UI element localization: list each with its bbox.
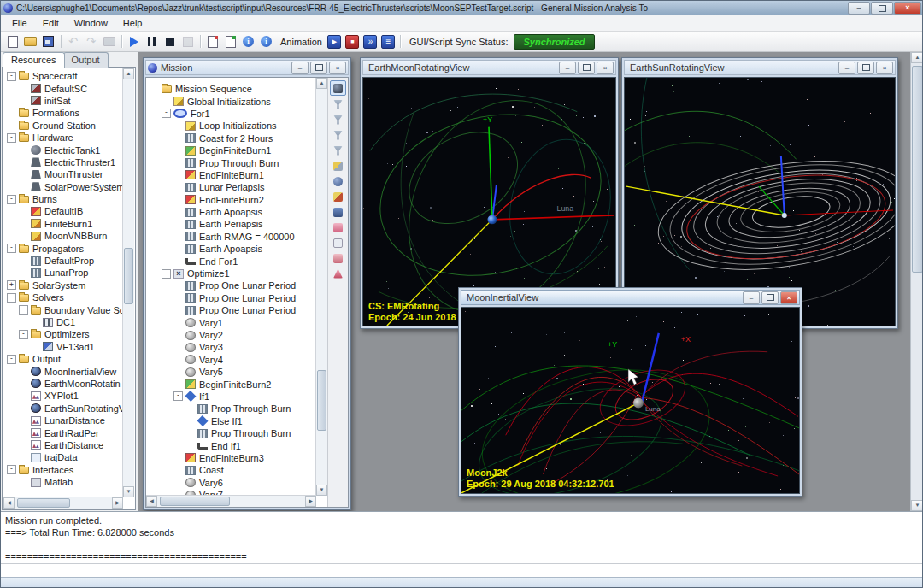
expander-icon[interactable]: + [7, 280, 16, 290]
mission-tree-item[interactable]: - Optimize1 [146, 268, 316, 279]
mission-tree-item[interactable]: Prop One Lunar Period [146, 304, 316, 316]
resources-tree-item[interactable]: - Solvers [3, 291, 123, 303]
mission-tree-item[interactable]: Earth Periapsis [146, 218, 316, 230]
resources-tree-item[interactable]: ElectricTank1 [3, 144, 123, 156]
mission-tree-item[interactable]: Coast [146, 464, 316, 476]
resources-tree-item[interactable]: DC1 [3, 316, 123, 328]
resources-tree-item[interactable]: MoonInertialView [3, 365, 123, 377]
mission-filter-button-12[interactable] [331, 267, 345, 280]
scroll-thumb[interactable] [912, 66, 923, 273]
mission-tree-item[interactable]: Else If1 [146, 415, 316, 427]
resources-tree-item[interactable]: - Optimizers [3, 328, 123, 340]
app-title-bar[interactable]: C:\Users\sphughe1\Documents\Repos\Jazz\t… [1, 1, 923, 15]
stop-button[interactable] [161, 33, 179, 50]
scroll-thumb[interactable] [17, 498, 70, 508]
save-button[interactable] [39, 33, 57, 50]
mdi-vertical-scrollbar[interactable]: ▲ ▼ [910, 52, 923, 511]
resources-tree-item[interactable]: DefaultIB [3, 205, 123, 217]
resources-tree-item[interactable]: - Hardware [3, 132, 123, 144]
mission-filter-button-1[interactable] [331, 97, 345, 111]
resources-tree-item[interactable]: MoonThruster [3, 168, 123, 180]
resources-tree-item[interactable]: EarthSunRotatingV [3, 403, 123, 415]
mission-tree-item[interactable]: Vary3 [146, 341, 316, 353]
mission-tree-item[interactable]: EndFiniteBurn3 [146, 452, 316, 464]
expander-icon[interactable]: - [173, 391, 183, 401]
mission-tree-item[interactable]: Earth Apoapsis [146, 243, 316, 255]
moon-inertial-restore-button[interactable] [761, 291, 779, 304]
mission-filter-button-10[interactable] [331, 236, 345, 250]
resources-tree-item[interactable]: VF13ad1 [3, 341, 123, 353]
earth-moon-title-bar[interactable]: EarthMoonRotatingView – × [362, 60, 616, 75]
moon-inertial-viewport[interactable]: +Y +X Luna MoonJ2k Epoch: 29 Aug 2018 04… [461, 307, 800, 494]
earth-moon-restore-button[interactable] [578, 62, 595, 74]
mission-close-button[interactable]: × [329, 62, 346, 74]
new-script-button[interactable] [3, 33, 21, 50]
mission-tree-item[interactable]: Prop Through Burn [146, 156, 316, 168]
scroll-up-icon[interactable]: ▲ [316, 78, 327, 89]
build-button[interactable] [179, 33, 197, 50]
resources-tree-item[interactable]: - Spacecraft [3, 70, 123, 82]
info-button[interactable] [239, 33, 257, 50]
mission-tree-item[interactable]: Prop One Lunar Period [146, 279, 316, 291]
mission-tree-item[interactable]: End For1 [146, 255, 316, 267]
mission-tree-item[interactable]: Vary2 [146, 329, 316, 341]
mission-tree-item[interactable]: Vary4 [146, 354, 316, 366]
scroll-up-icon[interactable]: ▲ [123, 68, 134, 79]
scroll-right-icon[interactable]: ▶ [112, 497, 123, 509]
app-close-button[interactable]: × [894, 2, 921, 15]
about-button[interactable] [257, 33, 275, 50]
mission-filter-button-4[interactable] [331, 144, 345, 157]
resources-tree-item[interactable]: initSat [3, 95, 123, 107]
earth-sun-title-bar[interactable]: EarthSunRotatingView – × [624, 60, 896, 75]
resources-tree-item[interactable]: DefaultProp [3, 255, 123, 267]
earth-sun-close-button[interactable]: × [876, 62, 893, 74]
undo-button[interactable] [64, 33, 82, 50]
expander-icon[interactable]: - [7, 72, 16, 81]
scroll-thumb[interactable] [124, 248, 133, 304]
mission-tree-item[interactable]: EndFiniteBurn2 [146, 194, 316, 206]
mission-tree-item[interactable]: Prop Through Burn [146, 427, 316, 439]
resources-tree-item[interactable]: - Interfaces [3, 464, 123, 476]
scroll-left-icon[interactable]: ◀ [3, 497, 15, 509]
mission-tree-item[interactable]: Coast for 2 Hours [146, 132, 316, 144]
menu-help[interactable]: Help [115, 16, 150, 30]
expander-icon[interactable]: - [7, 293, 16, 303]
resources-tree-item[interactable]: MoonVNBBurn [3, 230, 123, 242]
resources-tree-item[interactable]: trajData [3, 451, 123, 463]
mission-tree-item[interactable]: Vary5 [146, 366, 316, 378]
mission-tree-item[interactable]: - If1 [146, 391, 316, 403]
toolbar-separator[interactable] [57, 33, 64, 50]
mission-filter-button-7[interactable] [331, 190, 345, 203]
resources-tree-item[interactable]: EarthDistance [3, 439, 123, 451]
earth-sun-minimize-button[interactable]: – [838, 62, 855, 74]
console-input-strip[interactable] [1, 563, 923, 577]
mission-tree-item[interactable]: - For1 [146, 108, 316, 120]
toolbar-separator[interactable] [118, 33, 125, 50]
menu-file[interactable]: File [4, 16, 35, 30]
mission-tree-item[interactable]: Earth RMAG = 400000 [146, 231, 316, 243]
mission-tree-item[interactable]: BeginFiniteBurn2 [146, 378, 316, 390]
moon-inertial-title-bar[interactable]: MoonInertialView – × [461, 290, 800, 305]
animation-stop-button[interactable] [344, 33, 362, 50]
scroll-up-icon[interactable]: ▲ [911, 52, 923, 63]
pause-button[interactable] [143, 33, 161, 50]
resources-tree-item[interactable]: LunarDistance [3, 415, 123, 426]
resources-tree-item[interactable]: + SolarSystem [3, 279, 123, 291]
mission-tree-item[interactable]: Lunar Periapsis [146, 181, 316, 193]
tab-resources[interactable]: Resources [3, 52, 65, 68]
moon-inertial-close-button[interactable]: × [780, 291, 797, 304]
mission-filter-button-6[interactable] [331, 174, 345, 188]
mission-minimize-button[interactable]: – [291, 62, 309, 74]
resources-tree-item[interactable]: - Output [3, 353, 123, 365]
resources-tree-item[interactable]: EarthMoonRotatin [3, 378, 123, 390]
mission-tree-item[interactable]: End If1 [146, 439, 316, 451]
mission-window-title-bar[interactable]: Mission – × [145, 60, 349, 75]
resources-tree-item[interactable]: - Propagators [3, 242, 123, 254]
expander-icon[interactable]: - [7, 244, 16, 253]
resources-horizontal-scrollbar[interactable]: ◀ ▶ [3, 497, 123, 509]
mission-tree-item[interactable]: Vary1 [146, 316, 316, 328]
expander-icon[interactable]: - [19, 305, 28, 315]
resources-tree-item[interactable]: - Burns [3, 193, 123, 205]
toolbar-separator[interactable] [197, 33, 203, 50]
animation-options-button[interactable] [379, 33, 397, 50]
